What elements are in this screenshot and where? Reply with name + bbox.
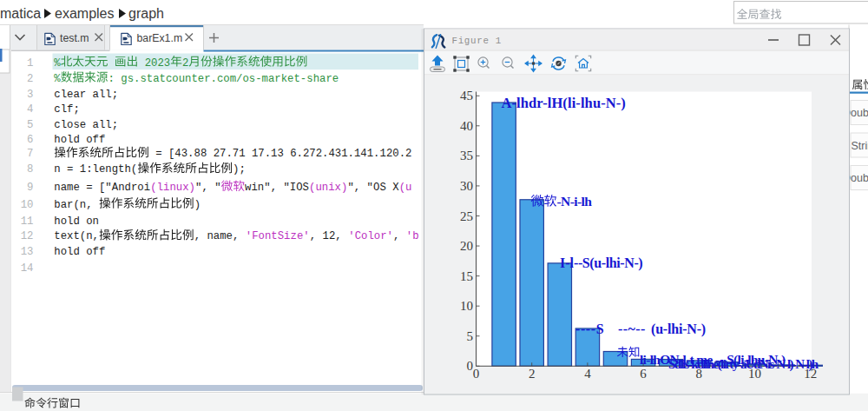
svg-text:10: 10 (460, 299, 473, 313)
svg-text:4: 4 (27, 103, 33, 116)
svg-text:Strin: Strin (852, 140, 868, 152)
svg-text:45: 45 (460, 89, 473, 103)
svg-text:1: 1 (27, 57, 33, 70)
svg-text:3: 3 (27, 89, 33, 101)
svg-text:11: 11 (21, 215, 34, 228)
svg-text:hold off: hold off (54, 246, 105, 258)
svg-text:2023: 2023 (145, 57, 171, 70)
svg-text:", ": ", " (264, 182, 290, 194)
svg-text:(u: (u (399, 182, 412, 194)
svg-text:IOS: IOS (290, 182, 309, 194)
svg-text:Androi: Androi (112, 182, 150, 194)
svg-text:(unix): (unix) (309, 182, 347, 194)
svg-text:8: 8 (27, 163, 33, 176)
svg-text:bar(n,: bar(n, (54, 199, 99, 211)
svg-text:--~--: --~-- (618, 322, 646, 336)
svg-text:Sdlis-kdline(lirty-aUdNis-N-l): Sdlis-kdline(lirty-aUdNis-N-l)-N-l)h (668, 357, 819, 372)
svg-text:(linux): (linux) (150, 182, 195, 194)
svg-text:2: 2 (529, 367, 536, 381)
svg-text:7: 7 (27, 148, 33, 160)
svg-text:graph: graph (128, 6, 164, 21)
svg-text:matica: matica (0, 6, 41, 21)
svg-text:I-l: I-l (560, 255, 575, 270)
svg-text:= [43.88 27.71 17.13 6.272.431: = [43.88 27.71 17.13 6.272.431.141.120.2 (149, 148, 412, 160)
svg-text:2: 2 (27, 73, 33, 85)
svg-text:%: % (54, 57, 61, 70)
svg-text:, 12,: , 12, (310, 230, 348, 242)
svg-text:10: 10 (21, 199, 34, 211)
svg-text:,: , (393, 230, 406, 242)
svg-text:win: win (245, 182, 264, 194)
svg-text:close all;: close all; (54, 119, 118, 131)
svg-text:", ": ", " (195, 182, 221, 194)
svg-text:hold off: hold off (54, 134, 105, 146)
svg-text:13: 13 (21, 246, 34, 258)
svg-text:--S(u-lhi-N-): --S(u-lhi-N-) (574, 255, 642, 271)
svg-text:4: 4 (584, 367, 591, 381)
svg-text:9: 9 (27, 182, 33, 194)
svg-text:35: 35 (460, 149, 473, 162)
svg-text:5: 5 (27, 119, 33, 131)
svg-text:25: 25 (460, 209, 473, 223)
svg-text:name = [": name = [" (54, 182, 111, 194)
svg-text:): ) (194, 199, 201, 211)
svg-text:6: 6 (640, 367, 647, 381)
svg-text:A-lhdr-lH(li-lhu-N-): A-lhdr-lH(li-lhu-N-) (502, 95, 626, 111)
svg-text:(u-lhi-N-): (u-lhi-N-) (651, 322, 706, 337)
svg-text:clf;: clf; (54, 103, 80, 116)
svg-text:12: 12 (21, 230, 34, 242)
svg-text:);: ); (233, 163, 246, 176)
svg-text:2: 2 (182, 57, 188, 70)
svg-text:----S: ----S (575, 322, 604, 336)
svg-text:30: 30 (460, 179, 473, 193)
svg-text:hold on: hold on (54, 215, 99, 228)
svg-text:", ": ", " (347, 182, 373, 194)
svg-text::: : (108, 73, 114, 85)
svg-text:'FontSize': 'FontSize' (246, 230, 310, 242)
svg-text:barEx1.m: barEx1.m (137, 32, 183, 44)
svg-text:gs.statcounter.com/os-market-s: gs.statcounter.com/os-market-share (121, 73, 339, 85)
svg-text:-N-i-lh: -N-i-lh (557, 194, 593, 209)
svg-text:examples: examples (55, 6, 114, 21)
svg-text:text(n,: text(n, (54, 230, 99, 242)
svg-text:clear all;: clear all; (54, 89, 118, 101)
svg-text:0: 0 (473, 367, 480, 381)
svg-text:40: 40 (460, 119, 473, 133)
svg-text:15: 15 (460, 269, 473, 283)
svg-text:6: 6 (27, 134, 33, 146)
svg-text:OS X: OS X (373, 182, 399, 194)
svg-text:14: 14 (21, 262, 34, 275)
svg-text:Figure 1: Figure 1 (452, 36, 502, 46)
svg-text:%: % (54, 73, 61, 85)
svg-text:n = 1:length(: n = 1:length( (54, 163, 137, 176)
svg-text:, name,: , name, (194, 230, 246, 242)
svg-text:5: 5 (467, 329, 474, 343)
svg-text:20: 20 (460, 239, 473, 253)
svg-text:'Color': 'Color' (348, 230, 393, 242)
svg-text:'b: 'b (406, 230, 419, 242)
svg-text:test.m: test.m (60, 32, 89, 44)
